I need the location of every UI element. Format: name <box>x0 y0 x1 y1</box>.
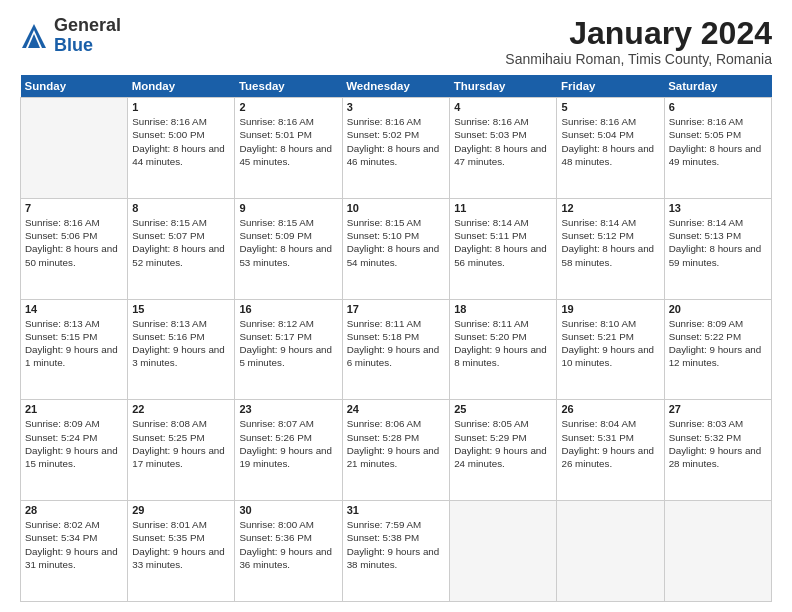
day-info: Sunrise: 8:16 AMSunset: 5:02 PMDaylight:… <box>347 115 446 168</box>
day-cell: 1Sunrise: 8:16 AMSunset: 5:00 PMDaylight… <box>128 98 235 199</box>
day-cell: 31Sunrise: 7:59 AMSunset: 5:38 PMDayligh… <box>342 501 450 602</box>
weekday-header-tuesday: Tuesday <box>235 75 342 98</box>
day-cell <box>664 501 771 602</box>
day-info: Sunrise: 8:14 AMSunset: 5:13 PMDaylight:… <box>669 216 767 269</box>
day-cell: 13Sunrise: 8:14 AMSunset: 5:13 PMDayligh… <box>664 198 771 299</box>
day-info: Sunrise: 8:10 AMSunset: 5:21 PMDaylight:… <box>561 317 659 370</box>
weekday-header-monday: Monday <box>128 75 235 98</box>
day-number: 3 <box>347 101 446 113</box>
day-cell: 27Sunrise: 8:03 AMSunset: 5:32 PMDayligh… <box>664 400 771 501</box>
day-number: 9 <box>239 202 337 214</box>
day-number: 30 <box>239 504 337 516</box>
day-number: 18 <box>454 303 552 315</box>
weekday-header-saturday: Saturday <box>664 75 771 98</box>
day-cell: 30Sunrise: 8:00 AMSunset: 5:36 PMDayligh… <box>235 501 342 602</box>
logo: General Blue <box>20 16 121 56</box>
day-number: 22 <box>132 403 230 415</box>
day-number: 13 <box>669 202 767 214</box>
week-row-4: 21Sunrise: 8:09 AMSunset: 5:24 PMDayligh… <box>21 400 772 501</box>
day-cell: 7Sunrise: 8:16 AMSunset: 5:06 PMDaylight… <box>21 198 128 299</box>
day-cell: 4Sunrise: 8:16 AMSunset: 5:03 PMDaylight… <box>450 98 557 199</box>
day-info: Sunrise: 8:14 AMSunset: 5:11 PMDaylight:… <box>454 216 552 269</box>
day-info: Sunrise: 8:09 AMSunset: 5:22 PMDaylight:… <box>669 317 767 370</box>
day-cell: 23Sunrise: 8:07 AMSunset: 5:26 PMDayligh… <box>235 400 342 501</box>
day-info: Sunrise: 8:08 AMSunset: 5:25 PMDaylight:… <box>132 417 230 470</box>
day-info: Sunrise: 8:05 AMSunset: 5:29 PMDaylight:… <box>454 417 552 470</box>
day-number: 31 <box>347 504 446 516</box>
day-cell: 25Sunrise: 8:05 AMSunset: 5:29 PMDayligh… <box>450 400 557 501</box>
day-cell: 20Sunrise: 8:09 AMSunset: 5:22 PMDayligh… <box>664 299 771 400</box>
day-number: 6 <box>669 101 767 113</box>
day-cell <box>21 98 128 199</box>
day-info: Sunrise: 8:15 AMSunset: 5:10 PMDaylight:… <box>347 216 446 269</box>
day-number: 2 <box>239 101 337 113</box>
day-info: Sunrise: 8:16 AMSunset: 5:01 PMDaylight:… <box>239 115 337 168</box>
day-cell: 19Sunrise: 8:10 AMSunset: 5:21 PMDayligh… <box>557 299 664 400</box>
day-number: 27 <box>669 403 767 415</box>
day-info: Sunrise: 8:11 AMSunset: 5:20 PMDaylight:… <box>454 317 552 370</box>
title-block: January 2024 Sanmihaiu Roman, Timis Coun… <box>505 16 772 67</box>
day-info: Sunrise: 8:00 AMSunset: 5:36 PMDaylight:… <box>239 518 337 571</box>
day-info: Sunrise: 8:15 AMSunset: 5:07 PMDaylight:… <box>132 216 230 269</box>
day-info: Sunrise: 8:09 AMSunset: 5:24 PMDaylight:… <box>25 417 123 470</box>
day-info: Sunrise: 8:13 AMSunset: 5:15 PMDaylight:… <box>25 317 123 370</box>
day-info: Sunrise: 7:59 AMSunset: 5:38 PMDaylight:… <box>347 518 446 571</box>
weekday-header-row: SundayMondayTuesdayWednesdayThursdayFrid… <box>21 75 772 98</box>
day-cell: 17Sunrise: 8:11 AMSunset: 5:18 PMDayligh… <box>342 299 450 400</box>
week-row-3: 14Sunrise: 8:13 AMSunset: 5:15 PMDayligh… <box>21 299 772 400</box>
weekday-header-friday: Friday <box>557 75 664 98</box>
day-number: 1 <box>132 101 230 113</box>
day-info: Sunrise: 8:03 AMSunset: 5:32 PMDaylight:… <box>669 417 767 470</box>
day-cell: 18Sunrise: 8:11 AMSunset: 5:20 PMDayligh… <box>450 299 557 400</box>
day-number: 11 <box>454 202 552 214</box>
day-cell: 16Sunrise: 8:12 AMSunset: 5:17 PMDayligh… <box>235 299 342 400</box>
day-info: Sunrise: 8:12 AMSunset: 5:17 PMDaylight:… <box>239 317 337 370</box>
weekday-header-thursday: Thursday <box>450 75 557 98</box>
day-cell: 6Sunrise: 8:16 AMSunset: 5:05 PMDaylight… <box>664 98 771 199</box>
day-number: 10 <box>347 202 446 214</box>
day-number: 7 <box>25 202 123 214</box>
day-cell: 12Sunrise: 8:14 AMSunset: 5:12 PMDayligh… <box>557 198 664 299</box>
day-info: Sunrise: 8:16 AMSunset: 5:03 PMDaylight:… <box>454 115 552 168</box>
week-row-5: 28Sunrise: 8:02 AMSunset: 5:34 PMDayligh… <box>21 501 772 602</box>
day-info: Sunrise: 8:15 AMSunset: 5:09 PMDaylight:… <box>239 216 337 269</box>
day-cell <box>557 501 664 602</box>
day-cell: 14Sunrise: 8:13 AMSunset: 5:15 PMDayligh… <box>21 299 128 400</box>
day-info: Sunrise: 8:16 AMSunset: 5:05 PMDaylight:… <box>669 115 767 168</box>
title-location: Sanmihaiu Roman, Timis County, Romania <box>505 51 772 67</box>
day-cell: 28Sunrise: 8:02 AMSunset: 5:34 PMDayligh… <box>21 501 128 602</box>
day-cell: 29Sunrise: 8:01 AMSunset: 5:35 PMDayligh… <box>128 501 235 602</box>
logo-text: General Blue <box>54 16 121 56</box>
day-info: Sunrise: 8:16 AMSunset: 5:00 PMDaylight:… <box>132 115 230 168</box>
day-info: Sunrise: 8:06 AMSunset: 5:28 PMDaylight:… <box>347 417 446 470</box>
day-cell: 5Sunrise: 8:16 AMSunset: 5:04 PMDaylight… <box>557 98 664 199</box>
day-cell: 26Sunrise: 8:04 AMSunset: 5:31 PMDayligh… <box>557 400 664 501</box>
day-number: 5 <box>561 101 659 113</box>
weekday-header-wednesday: Wednesday <box>342 75 450 98</box>
week-row-2: 7Sunrise: 8:16 AMSunset: 5:06 PMDaylight… <box>21 198 772 299</box>
calendar-table: SundayMondayTuesdayWednesdayThursdayFrid… <box>20 75 772 602</box>
logo-icon <box>20 22 48 50</box>
day-number: 14 <box>25 303 123 315</box>
day-info: Sunrise: 8:04 AMSunset: 5:31 PMDaylight:… <box>561 417 659 470</box>
day-cell <box>450 501 557 602</box>
day-number: 19 <box>561 303 659 315</box>
day-number: 4 <box>454 101 552 113</box>
day-cell: 22Sunrise: 8:08 AMSunset: 5:25 PMDayligh… <box>128 400 235 501</box>
day-info: Sunrise: 8:02 AMSunset: 5:34 PMDaylight:… <box>25 518 123 571</box>
day-number: 26 <box>561 403 659 415</box>
day-number: 16 <box>239 303 337 315</box>
day-number: 21 <box>25 403 123 415</box>
day-cell: 9Sunrise: 8:15 AMSunset: 5:09 PMDaylight… <box>235 198 342 299</box>
weekday-header-sunday: Sunday <box>21 75 128 98</box>
day-info: Sunrise: 8:14 AMSunset: 5:12 PMDaylight:… <box>561 216 659 269</box>
day-number: 17 <box>347 303 446 315</box>
day-number: 28 <box>25 504 123 516</box>
day-number: 12 <box>561 202 659 214</box>
day-info: Sunrise: 8:16 AMSunset: 5:04 PMDaylight:… <box>561 115 659 168</box>
day-number: 23 <box>239 403 337 415</box>
day-info: Sunrise: 8:11 AMSunset: 5:18 PMDaylight:… <box>347 317 446 370</box>
day-cell: 24Sunrise: 8:06 AMSunset: 5:28 PMDayligh… <box>342 400 450 501</box>
day-info: Sunrise: 8:16 AMSunset: 5:06 PMDaylight:… <box>25 216 123 269</box>
week-row-1: 1Sunrise: 8:16 AMSunset: 5:00 PMDaylight… <box>21 98 772 199</box>
